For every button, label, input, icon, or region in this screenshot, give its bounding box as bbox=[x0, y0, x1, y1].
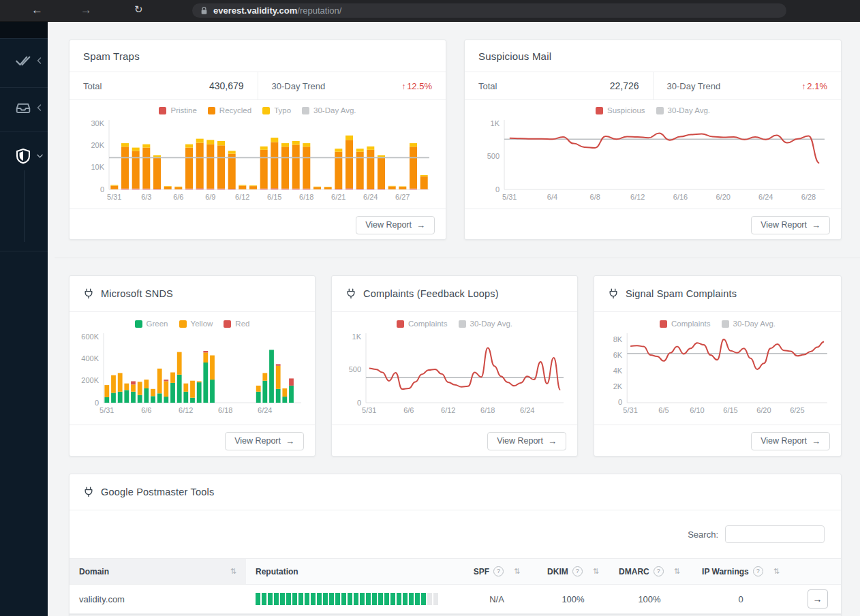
column-header-actions bbox=[794, 559, 841, 584]
sidebar-top-cap bbox=[0, 21, 48, 38]
fbl-chart[interactable]: 05001K5/316/66/126/186/24 bbox=[340, 331, 569, 416]
column-header-domain[interactable]: Domain ⇅ bbox=[70, 559, 246, 584]
sort-icon[interactable]: ⇅ bbox=[773, 567, 780, 576]
section-divider bbox=[55, 258, 860, 258]
help-icon[interactable]: ? bbox=[654, 566, 664, 576]
reputation-bar bbox=[256, 593, 440, 605]
svg-text:5/31: 5/31 bbox=[362, 406, 376, 414]
trend-value: ↑2.1% bbox=[801, 81, 827, 91]
card-footer: View Report→ bbox=[70, 209, 446, 241]
total-label: Total bbox=[83, 81, 102, 91]
stats-strip: Total 430,679 30-Day Trend ↑12.5% bbox=[70, 72, 446, 100]
table-row: validity.com N/A 100% 100% 0 → bbox=[70, 585, 841, 614]
view-report-button[interactable]: View Report→ bbox=[225, 432, 304, 450]
address-bar[interactable]: everest.validity.com/reputation/ bbox=[192, 3, 786, 18]
forward-icon[interactable]: → bbox=[80, 4, 92, 16]
legend-item: Typo bbox=[262, 106, 291, 114]
legend-item: 30-Day Avg. bbox=[722, 320, 775, 328]
total-value: 430,679 bbox=[209, 80, 244, 91]
back-icon[interactable]: ← bbox=[31, 4, 43, 16]
suspicious-mail-chart[interactable]: 05001K5/316/46/86/126/166/206/246/28 bbox=[476, 118, 830, 203]
svg-text:6/24: 6/24 bbox=[363, 193, 378, 201]
row-actions-cell: → bbox=[794, 589, 841, 609]
svg-text:0: 0 bbox=[495, 185, 500, 194]
svg-text:6/18: 6/18 bbox=[218, 406, 232, 414]
view-report-button[interactable]: View Report→ bbox=[751, 216, 830, 234]
svg-text:6/25: 6/25 bbox=[790, 406, 805, 414]
search-input[interactable] bbox=[725, 525, 825, 543]
reload-icon[interactable]: ↻ bbox=[134, 4, 143, 14]
svg-text:200K: 200K bbox=[81, 376, 99, 384]
chevron-left-icon bbox=[36, 104, 42, 112]
trend-up-icon: ↑ bbox=[801, 82, 805, 91]
svg-text:6/12: 6/12 bbox=[179, 406, 193, 414]
total-value: 22,726 bbox=[610, 80, 639, 91]
column-header-dkim[interactable]: DKIM ? ⇅ bbox=[535, 559, 611, 584]
card-title: Google Postmaster Tools bbox=[101, 487, 214, 497]
chart-legend: Complaints30-Day Avg. bbox=[602, 318, 833, 330]
svg-text:6/9: 6/9 bbox=[205, 193, 215, 201]
column-header-spf[interactable]: SPF ? ⇅ bbox=[459, 559, 535, 584]
svg-text:5/31: 5/31 bbox=[623, 406, 638, 414]
view-report-button[interactable]: View Report→ bbox=[751, 432, 830, 450]
main-content: Spam Traps Total 430,679 30-Day Trend ↑1… bbox=[48, 21, 860, 616]
row-detail-button[interactable]: → bbox=[808, 589, 828, 609]
help-icon[interactable]: ? bbox=[572, 566, 583, 576]
svg-text:6/15: 6/15 bbox=[267, 193, 281, 201]
arrow-right-icon: → bbox=[812, 220, 820, 230]
legend-item: Complaints bbox=[660, 320, 711, 328]
svg-text:6/5: 6/5 bbox=[658, 406, 669, 414]
column-header-dmarc[interactable]: DMARC ? ⇅ bbox=[611, 559, 688, 584]
card-footer: View Report→ bbox=[465, 209, 841, 241]
card-header: Microsoft SNDS bbox=[70, 276, 315, 312]
sort-icon[interactable]: ⇅ bbox=[674, 567, 680, 576]
legend-item: Suspicious bbox=[596, 106, 645, 114]
arrow-right-icon: → bbox=[416, 220, 425, 230]
svg-text:6/3: 6/3 bbox=[141, 193, 151, 201]
trend-up-icon: ↑ bbox=[401, 82, 405, 91]
legend-item: Complaints bbox=[397, 320, 448, 328]
arrow-right-icon: → bbox=[548, 436, 557, 446]
snds-chart[interactable]: 0200K400K600K5/316/66/126/186/24 bbox=[78, 331, 307, 416]
sidebar-item-engagement[interactable] bbox=[0, 52, 48, 82]
column-header-ip-warnings[interactable]: IP Warnings ? ⇅ bbox=[688, 559, 794, 584]
svg-text:1K: 1K bbox=[491, 119, 500, 127]
dkim-cell: 100% bbox=[535, 594, 611, 604]
view-report-button[interactable]: View Report→ bbox=[356, 216, 435, 234]
card-complaints-fbl: Complaints (Feedback Loops) Complaints30… bbox=[331, 275, 578, 457]
svg-text:6/6: 6/6 bbox=[173, 193, 183, 201]
ip-warnings-cell: 0 bbox=[688, 594, 794, 604]
legend-item: Recycled bbox=[208, 106, 251, 114]
svg-text:6K: 6K bbox=[613, 351, 623, 359]
sort-icon[interactable]: ⇅ bbox=[514, 567, 520, 576]
svg-text:6/24: 6/24 bbox=[520, 406, 534, 414]
card-title: Spam Traps bbox=[83, 50, 140, 62]
help-icon[interactable]: ? bbox=[493, 566, 504, 576]
chevron-left-icon bbox=[36, 57, 42, 65]
legend-item: Pristine bbox=[159, 106, 196, 114]
chart-area: PristineRecycledTypo30-Day Avg. 010K20K3… bbox=[70, 100, 446, 209]
svg-text:8K: 8K bbox=[613, 335, 623, 343]
url-host: everest.validity.com bbox=[213, 5, 297, 16]
plug-icon bbox=[83, 288, 94, 299]
sidebar-divider bbox=[0, 251, 48, 251]
card-footer: View Report→ bbox=[332, 425, 577, 457]
search-label: Search: bbox=[688, 529, 718, 540]
svg-text:0: 0 bbox=[100, 185, 104, 194]
svg-text:6/6: 6/6 bbox=[403, 406, 414, 414]
svg-text:5/31: 5/31 bbox=[99, 406, 114, 414]
sidebar-item-inbox[interactable] bbox=[0, 99, 48, 129]
svg-text:6/4: 6/4 bbox=[547, 193, 557, 201]
sort-icon[interactable]: ⇅ bbox=[593, 567, 599, 576]
card-header: Spam Traps bbox=[70, 40, 446, 72]
legend-item: 30-Day Avg. bbox=[302, 106, 356, 114]
svg-text:6/10: 6/10 bbox=[690, 406, 705, 414]
view-report-button[interactable]: View Report→ bbox=[487, 432, 566, 450]
help-icon[interactable]: ? bbox=[753, 566, 763, 576]
signal-chart[interactable]: 02K4K6K8K5/316/56/106/156/206/25 bbox=[602, 331, 833, 416]
svg-text:400K: 400K bbox=[81, 354, 99, 363]
spam-traps-chart[interactable]: 010K20K30K5/316/36/66/96/126/156/186/216… bbox=[80, 118, 435, 203]
legend-item: Red bbox=[224, 320, 249, 328]
sort-icon[interactable]: ⇅ bbox=[230, 567, 236, 576]
chart-legend: PristineRecycledTypo30-Day Avg. bbox=[80, 104, 435, 117]
